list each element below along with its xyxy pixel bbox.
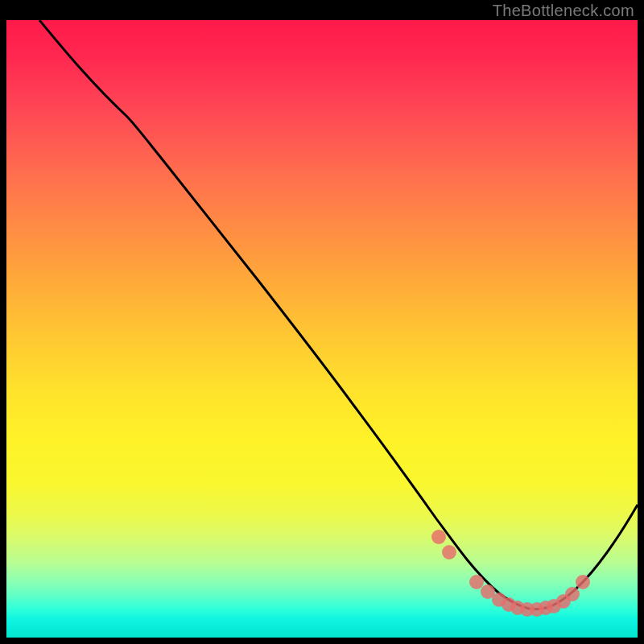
attribution-text: TheBottleneck.com xyxy=(493,2,634,20)
plot-area xyxy=(6,20,638,638)
marker-dot xyxy=(565,587,580,601)
marker-dot xyxy=(469,575,484,589)
marker-dot xyxy=(431,530,446,544)
bottleneck-curve xyxy=(39,20,638,609)
marker-dot xyxy=(576,575,590,589)
curve-layer xyxy=(6,20,638,638)
marker-dot xyxy=(442,545,456,559)
chart-frame xyxy=(6,20,638,638)
